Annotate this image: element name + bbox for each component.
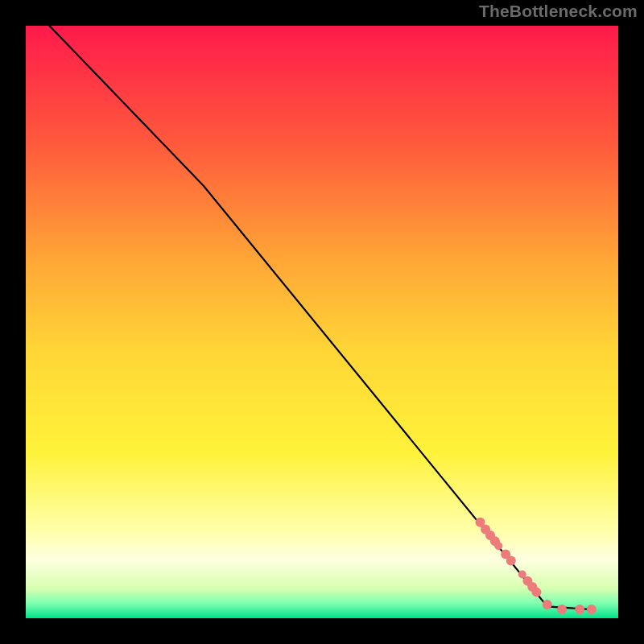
data-point (557, 605, 567, 614)
data-point (575, 605, 584, 614)
chart-svg (26, 26, 618, 618)
chart-frame: TheBottleneck.com (0, 0, 644, 644)
data-point (543, 600, 552, 609)
data-point (506, 556, 516, 566)
data-point (531, 588, 541, 597)
gradient-background (26, 26, 618, 618)
watermark-text: TheBottleneck.com (479, 2, 638, 21)
data-point (494, 542, 502, 550)
plot-area (26, 26, 618, 618)
data-point (587, 605, 597, 614)
